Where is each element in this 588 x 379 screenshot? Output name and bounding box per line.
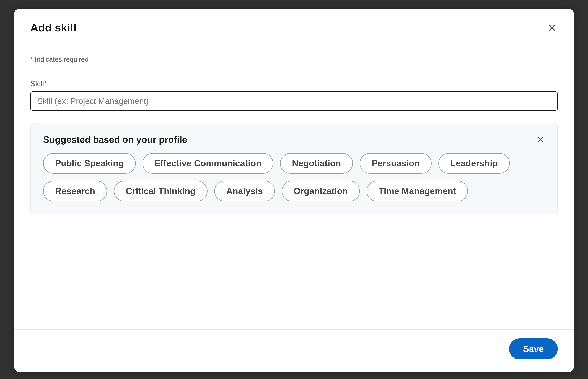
skill-chip[interactable]: Negotiation — [280, 153, 353, 174]
skill-chip[interactable]: Leadership — [438, 153, 510, 174]
skill-chip[interactable]: Organization — [282, 181, 360, 201]
add-skill-modal: Add skill * Indicates required Skill* Su… — [14, 9, 574, 372]
skill-field-label: Skill* — [30, 79, 558, 88]
modal-footer: Save — [14, 329, 574, 372]
save-button[interactable]: Save — [509, 338, 558, 359]
modal-header: Add skill — [14, 9, 574, 45]
skill-chip[interactable]: Public Speaking — [43, 153, 136, 174]
skill-chip[interactable]: Critical Thinking — [114, 181, 207, 201]
skill-chip[interactable]: Time Management — [367, 181, 468, 201]
close-button[interactable] — [546, 22, 558, 33]
skill-input[interactable] — [30, 92, 558, 111]
skill-chip[interactable]: Effective Communication — [142, 153, 273, 174]
suggestions-title: Suggested based on your profile — [43, 134, 187, 145]
skill-chip[interactable]: Analysis — [214, 181, 275, 201]
skill-chip[interactable]: Research — [43, 181, 107, 201]
required-indicator-note: * Indicates required — [30, 56, 558, 63]
close-icon — [547, 23, 557, 32]
suggestions-panel: Suggested based on your profile Public S… — [30, 123, 558, 214]
close-icon — [536, 136, 544, 143]
suggestions-header: Suggested based on your profile — [43, 134, 545, 145]
skill-chip[interactable]: Persuasion — [360, 153, 432, 174]
modal-body: * Indicates required Skill* Suggested ba… — [14, 45, 574, 329]
dismiss-suggestions-button[interactable] — [536, 135, 545, 144]
modal-title: Add skill — [30, 21, 76, 34]
skill-chip-list: Public SpeakingEffective CommunicationNe… — [43, 153, 545, 201]
